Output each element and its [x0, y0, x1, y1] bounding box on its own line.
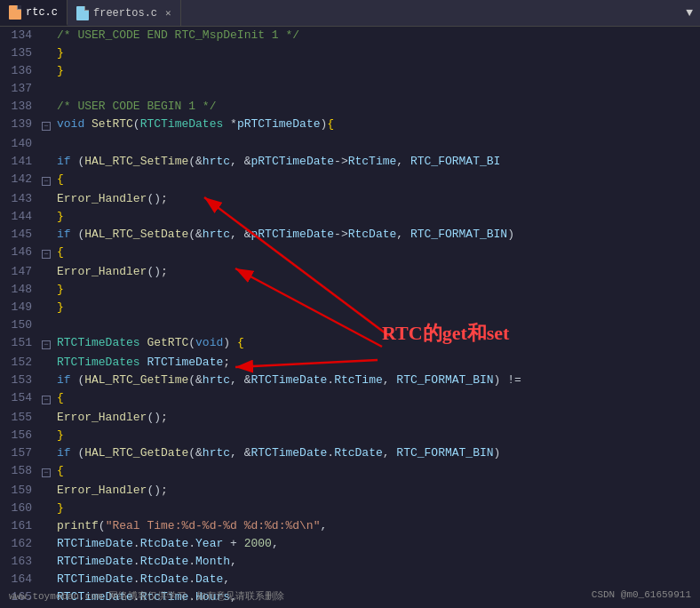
code-line: if (HAL_RTC_SetDate(&hrtc, &pRTCTimeDate…	[53, 226, 700, 244]
code-line: printf("Real Time:%d-%d-%d %d:%d:%d\n",	[53, 517, 700, 535]
fold-indicator[interactable]: −	[39, 116, 53, 135]
table-row: 155 Error_Handler();	[0, 409, 700, 427]
line-number: 141	[0, 153, 39, 171]
code-line: }	[53, 500, 700, 517]
table-row: 141 if (HAL_RTC_SetTime(&hrtc, &pRTCTime…	[0, 153, 700, 171]
fold-indicator	[39, 44, 53, 62]
line-number: 147	[0, 263, 39, 281]
line-number: 134	[0, 27, 39, 44]
table-row: 163 RTCTimeDate.RtcDate.Month,	[0, 553, 700, 571]
tab-bar: rtc.c freertos.c ✕ ▼	[0, 0, 700, 27]
fold-icon[interactable]: −	[42, 468, 51, 477]
table-row: 136}	[0, 62, 700, 80]
code-line: if (HAL_RTC_GetTime(&hrtc, &RTCTimeDate.…	[53, 372, 700, 389]
tab-dropdown-button[interactable]: ▼	[679, 0, 700, 26]
code-line: }	[53, 208, 700, 226]
code-table: 134/* USER_CODE END RTC_MspDeInit 1 */13…	[0, 27, 700, 606]
code-line: void SetRTC(RTCTimeDates *pRTCTimeDate){	[53, 116, 700, 135]
code-line: Error_Handler();	[53, 409, 700, 427]
line-number: 140	[0, 135, 39, 153]
table-row: 153 if (HAL_RTC_GetTime(&hrtc, &RTCTimeD…	[0, 372, 700, 389]
code-line: RTCTimeDates RTCTimeDate;	[53, 354, 700, 372]
code-line: RTCTimeDate.RtcDate.Date,	[53, 571, 700, 588]
code-line: }	[53, 44, 700, 62]
fold-indicator	[39, 80, 53, 98]
code-line	[53, 135, 700, 153]
fold-icon[interactable]: −	[42, 396, 51, 404]
fold-indicator	[39, 500, 53, 517]
table-row: 146− {	[0, 244, 700, 263]
tab-rtc-label: rtc.c	[26, 6, 58, 19]
fold-indicator	[39, 62, 53, 80]
tab-close-icon[interactable]: ✕	[165, 7, 171, 19]
line-number: 138	[0, 98, 39, 116]
line-number: 142	[0, 171, 39, 190]
table-row: 164 RTCTimeDate.RtcDate.Date,	[0, 571, 700, 588]
line-number: 157	[0, 444, 39, 462]
line-number: 155	[0, 409, 39, 427]
tab-freertos-label: freertos.c	[93, 7, 157, 20]
code-line	[53, 316, 700, 334]
line-number: 145	[0, 226, 39, 244]
tab-freertos[interactable]: freertos.c ✕	[68, 0, 181, 26]
table-row: 144 }	[0, 208, 700, 226]
line-number: 164	[0, 571, 39, 588]
code-line: {	[53, 171, 700, 190]
fold-indicator	[39, 27, 53, 44]
table-row: 161 printf("Real Time:%d-%d-%d %d:%d:%d\…	[0, 517, 700, 535]
fold-icon[interactable]: −	[42, 340, 51, 349]
line-number: 139	[0, 116, 39, 135]
table-row: 162 RTCTimeDate.RtcDate.Year + 2000,	[0, 535, 700, 553]
line-number: 144	[0, 208, 39, 226]
fold-indicator	[39, 263, 53, 281]
code-line: }	[53, 299, 700, 316]
line-number: 165	[0, 588, 39, 606]
code-line: {	[53, 462, 700, 482]
code-line: Error_Handler();	[53, 263, 700, 281]
fold-icon[interactable]: −	[42, 250, 51, 259]
fold-icon[interactable]: −	[42, 177, 51, 186]
code-line: if (HAL_RTC_SetTime(&hrtc, &pRTCTimeDate…	[53, 153, 700, 171]
line-number: 162	[0, 535, 39, 553]
line-number: 158	[0, 462, 39, 482]
fold-indicator[interactable]: −	[39, 462, 53, 482]
line-number: 149	[0, 299, 39, 316]
table-row: 156 }	[0, 427, 700, 444]
fold-indicator	[39, 588, 53, 606]
table-row: 160 }	[0, 500, 700, 517]
table-row: 139−void SetRTC(RTCTimeDates *pRTCTimeDa…	[0, 116, 700, 135]
fold-indicator[interactable]: −	[39, 244, 53, 263]
code-line	[53, 80, 700, 98]
fold-indicator	[39, 427, 53, 444]
table-row: 137	[0, 80, 700, 98]
line-number: 137	[0, 80, 39, 98]
table-row: 151−RTCTimeDates GetRTC(void) {	[0, 334, 700, 354]
code-line: if (HAL_RTC_GetDate(&hrtc, &RTCTimeDate.…	[53, 444, 700, 462]
fold-indicator	[39, 226, 53, 244]
fold-indicator	[39, 98, 53, 116]
fold-indicator[interactable]: −	[39, 171, 53, 190]
fold-indicator	[39, 444, 53, 462]
code-line: }	[53, 62, 700, 80]
fold-indicator[interactable]: −	[39, 334, 53, 354]
line-number: 143	[0, 190, 39, 208]
line-number: 148	[0, 281, 39, 299]
fold-icon[interactable]: −	[42, 122, 51, 131]
table-row: 157 if (HAL_RTC_GetDate(&hrtc, &RTCTimeD…	[0, 444, 700, 462]
tab-rtc[interactable]: rtc.c	[0, 0, 68, 26]
fold-indicator	[39, 190, 53, 208]
freertos-file-icon	[76, 6, 89, 20]
table-row: 152 RTCTimeDates RTCTimeDate;	[0, 354, 700, 372]
code-line: /* USER CODE BEGIN 1 */	[53, 98, 700, 116]
fold-indicator	[39, 482, 53, 500]
line-number: 135	[0, 44, 39, 62]
table-row: 154− {	[0, 389, 700, 409]
fold-indicator[interactable]: −	[39, 389, 53, 409]
table-row: 140	[0, 135, 700, 153]
line-number: 150	[0, 316, 39, 334]
code-line: /* USER_CODE END RTC_MspDeInit 1 */	[53, 27, 700, 44]
fold-indicator	[39, 299, 53, 316]
line-number: 152	[0, 354, 39, 372]
fold-indicator	[39, 354, 53, 372]
line-number: 161	[0, 517, 39, 535]
